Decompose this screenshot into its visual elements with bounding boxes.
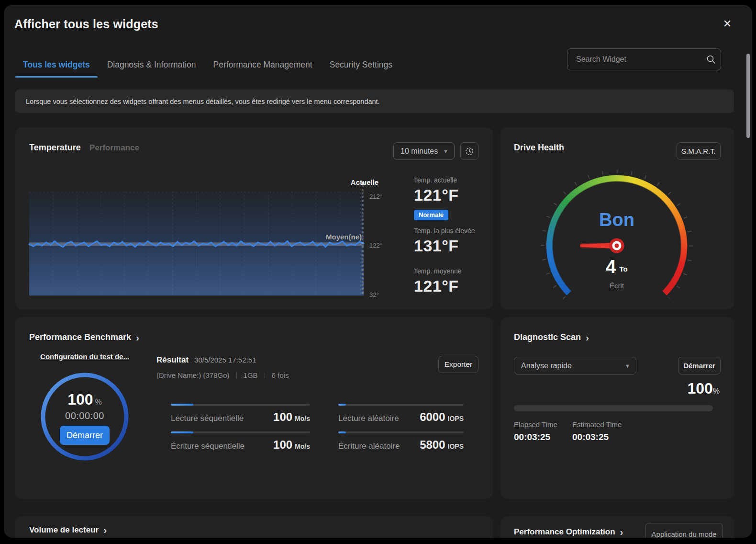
metric-bar-fill <box>338 431 346 433</box>
benchmark-result-header: Résultat 30/5/2025 17:52:51 <box>156 355 256 365</box>
estimated-time-value: 00:03:25 <box>572 432 609 442</box>
result-label: Résultat <box>156 355 189 365</box>
average-temp-value: 121°F <box>414 277 459 295</box>
written-unit: To <box>619 265 627 273</box>
current-marker-label: Actuelle <box>345 178 384 186</box>
apply-mode-button[interactable]: Application du mode <box>645 523 723 538</box>
benchmark-percent: 100% <box>67 392 102 407</box>
current-temp-label: Temp. actuelle <box>414 176 457 184</box>
temp-status-badge: Normale <box>414 210 448 220</box>
performance-benchmark-widget: Performance Benchmark › Configuration du… <box>15 317 493 499</box>
metric-random-read: Lecture aléatoire 6000IOPS <box>338 404 464 424</box>
export-button[interactable]: Exporter <box>438 356 478 373</box>
drive-volume-widget: Volume de lecteur › <box>15 516 493 538</box>
diagnostic-percent: 100% <box>687 380 720 397</box>
smart-button[interactable]: S.M.A.R.T. <box>677 142 721 160</box>
current-temp-value: 121°F <box>414 186 459 204</box>
metric-bar-track <box>171 404 310 406</box>
tab-security-settings[interactable]: Security Settings <box>321 55 401 75</box>
diagnostic-progress-bar <box>514 405 713 411</box>
temperature-chart: Moyen(ne) <box>29 192 364 295</box>
metric-bar-fill <box>338 404 346 406</box>
benchmark-config-link[interactable]: Configuration du test de... <box>39 352 131 361</box>
benchmark-drive-info: (Drive Name:) (378Go) 1GB 6 fois <box>156 371 289 379</box>
metric-sequential-write: Écriture séquentielle 100Mo/s <box>171 431 310 452</box>
interval-dropdown[interactable]: 10 minutes ▼ <box>393 142 455 160</box>
highest-temp-value: 131°F <box>414 237 459 255</box>
elapsed-time-value: 00:03:25 <box>514 432 550 442</box>
ytick-212: 212° <box>369 193 393 200</box>
benchmark-progress-ring: 100% 00:00:00 Démarrer <box>39 371 131 463</box>
result-datetime: 30/5/2025 17:52:51 <box>194 356 256 364</box>
history-clock-button[interactable] <box>460 142 478 160</box>
diagnostic-header[interactable]: Diagnostic Scan › <box>514 332 589 342</box>
ytick-32: 32° <box>369 291 393 298</box>
metric-bar-fill <box>171 404 193 406</box>
tab-diagnosis-information[interactable]: Diagnosis & Information <box>99 55 205 75</box>
separator <box>265 372 265 378</box>
metric-bar-track <box>338 404 464 406</box>
drive-volume-header[interactable]: Volume de lecteur › <box>29 525 107 535</box>
temperature-title: Temperature <box>29 143 81 153</box>
drive-health-widget: Drive Health S.M.A.R.T. Bon 4To Écrit <box>500 127 734 309</box>
estimated-time-label: Estimated Time <box>572 420 622 429</box>
search-input[interactable] <box>567 55 701 64</box>
search-icon[interactable] <box>701 55 721 64</box>
ytick-122: 122° <box>369 242 393 249</box>
performance-optimization-header[interactable]: Performance Optimization › <box>514 527 623 537</box>
benchmark-start-button[interactable]: Démarrer <box>60 426 110 445</box>
temperature-subtitle: Performance <box>89 143 139 153</box>
average-temp-label: Temp. moyenne <box>414 267 462 275</box>
highest-temp-label: Temp. la plus élevée <box>414 227 475 235</box>
chevron-right-icon: › <box>586 332 589 342</box>
chevron-right-icon: › <box>136 332 139 342</box>
info-banner-text: Lorsque vous sélectionnez des widgets of… <box>26 98 380 105</box>
metric-random-write: Écriture aléatoire 5800IOPS <box>338 431 464 452</box>
benchmark-header[interactable]: Performance Benchmark › <box>29 332 139 342</box>
temperature-widget: Temperature Performance 10 minutes ▼ Moy… <box>15 127 493 309</box>
performance-optimization-widget: Performance Optimization › Application d… <box>500 516 734 538</box>
chevron-right-icon: › <box>103 525 107 535</box>
written-label: Écrit <box>569 282 665 290</box>
page-title: Afficher tous les widgets <box>14 17 158 31</box>
info-banner: Lorsque vous sélectionnez des widgets of… <box>15 90 734 113</box>
elapsed-time-label: Elapsed Time <box>514 420 557 429</box>
drive-health-title: Drive Health <box>514 143 564 153</box>
chevron-right-icon: › <box>620 527 623 537</box>
vertical-scrollbar[interactable] <box>746 54 750 138</box>
test-count: 6 fois <box>272 371 289 379</box>
drive-health-status: Bon <box>569 210 665 230</box>
widget-search <box>567 48 721 70</box>
clock-icon <box>465 147 474 156</box>
tab-bar: Tous les widgets Diagnosis & Information… <box>14 55 401 75</box>
chevron-down-icon: ▼ <box>625 363 630 369</box>
close-icon: ✕ <box>723 18 732 30</box>
written-value: 4 <box>606 257 616 277</box>
metric-bar-fill <box>171 431 193 433</box>
widgets-dialog: Afficher tous les widgets ✕ Tous les wid… <box>4 5 752 538</box>
metric-bar-track <box>338 431 464 433</box>
total-written: 4To <box>569 257 665 277</box>
metric-sequential-read: Lecture séquentielle 100Mo/s <box>171 404 310 424</box>
drive-name: (Drive Name:) (378Go) <box>156 371 230 379</box>
diagnostic-start-button[interactable]: Démarrer <box>678 357 721 374</box>
close-button[interactable]: ✕ <box>719 15 736 33</box>
gauge-ticks <box>543 171 691 298</box>
diagnostic-scan-widget: Diagnostic Scan › Analyse rapide ▼ Démar… <box>500 317 734 499</box>
metric-bar-track <box>171 431 310 433</box>
average-marker-label: Moyen(ne) <box>326 233 362 241</box>
separator <box>236 372 237 378</box>
scan-mode-dropdown[interactable]: Analyse rapide ▼ <box>514 357 636 374</box>
test-size: 1GB <box>244 371 258 379</box>
tab-tous-les-widgets[interactable]: Tous les widgets <box>14 55 99 75</box>
tab-performance-management[interactable]: Performance Management <box>205 55 321 75</box>
chevron-down-icon: ▼ <box>443 148 448 154</box>
temperature-chart-svg <box>29 182 364 295</box>
benchmark-elapsed: 00:00:00 <box>65 410 104 421</box>
